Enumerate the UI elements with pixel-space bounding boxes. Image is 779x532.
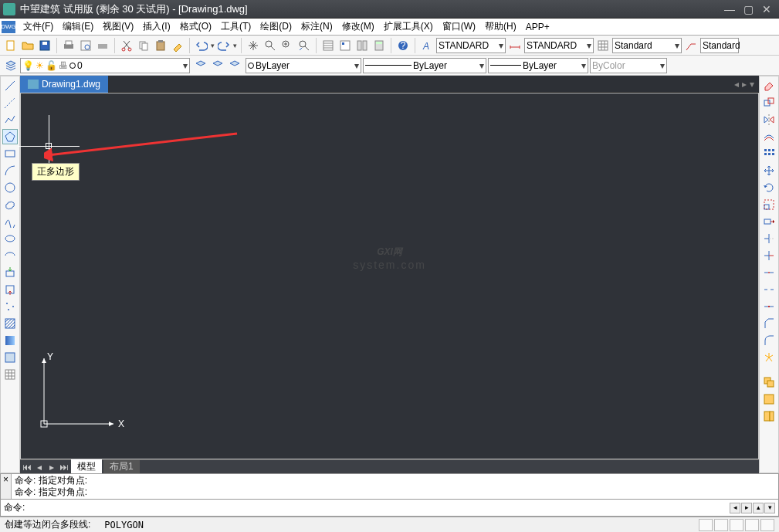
tool-palettes-button[interactable]	[354, 38, 370, 53]
mirror-tool[interactable]	[761, 112, 777, 127]
stretch-tool[interactable]	[761, 214, 777, 229]
edit-pline-tool[interactable]	[761, 391, 777, 407]
grid-toggle[interactable]	[714, 519, 728, 531]
print-button[interactable]	[61, 38, 76, 53]
polyline-tool[interactable]	[2, 112, 18, 127]
hatch-tool[interactable]	[2, 316, 18, 331]
drawing-canvas[interactable]: 正多边形 GXI网 system.com X Y	[20, 93, 759, 459]
rectangle-tool[interactable]	[2, 146, 18, 161]
layer-freeze-button[interactable]	[227, 58, 242, 73]
layout-first-icon[interactable]: ⏮	[22, 462, 32, 473]
cut-button[interactable]	[119, 38, 134, 53]
insert-block-tool[interactable]	[2, 265, 18, 280]
command-input[interactable]	[29, 503, 730, 513]
match-prop-button[interactable]	[170, 38, 185, 53]
table-style-drop[interactable]: Standard▾	[612, 38, 682, 53]
new-button[interactable]	[3, 38, 19, 53]
menu-express[interactable]: 扩展工具(X)	[379, 19, 438, 35]
osnap-toggle[interactable]	[760, 519, 774, 531]
copy-mod-tool[interactable]	[761, 95, 777, 110]
edit-hatch-tool[interactable]	[761, 374, 777, 390]
model-tab[interactable]: 模型	[71, 459, 102, 474]
calc-button[interactable]	[371, 38, 387, 53]
cmd-scroll-up-icon[interactable]: ▴	[753, 503, 764, 513]
trim-tool[interactable]	[761, 231, 777, 246]
edit-spline-tool[interactable]	[761, 408, 777, 424]
break-tool[interactable]	[761, 282, 777, 297]
point-tool[interactable]	[2, 299, 18, 314]
ellipse-arc-tool[interactable]	[2, 248, 18, 263]
menu-modify[interactable]: 修改(M)	[337, 19, 379, 35]
table-tool[interactable]	[2, 367, 18, 382]
menu-view[interactable]: 视图(V)	[98, 19, 138, 35]
menu-draw[interactable]: 绘图(D)	[256, 19, 296, 35]
publish-button[interactable]	[95, 38, 110, 53]
linetype-drop[interactable]: ByLayer ▾	[363, 58, 486, 73]
arc-tool[interactable]	[2, 163, 18, 178]
chamfer-tool[interactable]	[761, 316, 777, 331]
fillet-tool[interactable]	[761, 333, 777, 348]
maximize-button[interactable]: ▢	[739, 2, 757, 16]
zoom-window-button[interactable]	[279, 38, 295, 53]
polar-toggle[interactable]	[745, 519, 759, 531]
pan-button[interactable]	[246, 38, 261, 53]
region-tool[interactable]	[2, 350, 18, 365]
scale-tool[interactable]	[761, 197, 777, 212]
table-style-icon[interactable]	[595, 38, 611, 53]
zoom-prev-button[interactable]	[296, 38, 312, 53]
redo-button[interactable]	[216, 38, 232, 53]
layer-manager-button[interactable]	[3, 58, 19, 73]
gradient-tool[interactable]	[2, 333, 18, 348]
command-close-button[interactable]: ×	[1, 474, 12, 499]
rotate-tool[interactable]	[761, 180, 777, 195]
properties-button[interactable]	[320, 38, 336, 53]
save-button[interactable]	[37, 38, 52, 53]
text-style-icon[interactable]: A	[419, 38, 435, 53]
paste-button[interactable]	[153, 38, 168, 53]
ellipse-tool[interactable]	[2, 231, 18, 246]
text-style-drop[interactable]: STANDARD▾	[436, 38, 506, 53]
array-tool[interactable]	[761, 146, 777, 161]
minimize-button[interactable]: —	[720, 2, 739, 16]
menu-insert[interactable]: 插入(I)	[138, 19, 174, 35]
menu-window[interactable]: 窗口(W)	[438, 19, 480, 35]
undo-button[interactable]	[194, 38, 209, 53]
copy-button[interactable]	[136, 38, 151, 53]
dim-style-drop[interactable]: STANDARD▾	[524, 38, 594, 53]
zoom-realtime-button[interactable]	[262, 38, 278, 53]
layout-last-icon[interactable]: ⏭	[59, 462, 69, 473]
snap-toggle[interactable]	[699, 519, 713, 531]
tab-next-icon[interactable]: ▸	[742, 79, 747, 90]
ortho-toggle[interactable]	[730, 519, 743, 531]
circle-tool[interactable]	[2, 180, 18, 195]
menu-app[interactable]: APP+	[521, 20, 554, 34]
help-button[interactable]: ?	[395, 38, 411, 53]
menu-dimension[interactable]: 标注(N)	[296, 19, 337, 35]
layer-iso-button[interactable]	[210, 58, 225, 73]
spline-tool[interactable]	[2, 214, 18, 229]
tab-menu-icon[interactable]: ▾	[750, 79, 754, 90]
cmd-scroll-right-icon[interactable]: ▸	[741, 503, 752, 513]
move-tool[interactable]	[761, 163, 777, 178]
mleader-style-drop[interactable]: Standard	[700, 38, 739, 53]
close-button[interactable]: ✕	[757, 2, 776, 16]
design-center-button[interactable]	[337, 38, 353, 53]
print-preview-button[interactable]	[78, 38, 93, 53]
menu-tools[interactable]: 工具(T)	[216, 19, 256, 35]
menu-format[interactable]: 格式(O)	[175, 19, 216, 35]
explode-tool[interactable]	[761, 350, 777, 365]
construction-line-tool[interactable]	[2, 95, 18, 110]
line-tool[interactable]	[2, 78, 18, 93]
cmd-scroll-down-icon[interactable]: ▾	[764, 503, 775, 513]
menu-help[interactable]: 帮助(H)	[480, 19, 521, 35]
layer-prev-button[interactable]	[193, 58, 208, 73]
revision-cloud-tool[interactable]	[2, 197, 18, 212]
layout-next-icon[interactable]: ▸	[46, 462, 57, 473]
layout1-tab[interactable]: 布局1	[103, 459, 140, 474]
dim-style-icon[interactable]	[507, 38, 523, 53]
layer-drop[interactable]: 💡 ☀ 🔓 🖶 0 ▾	[20, 58, 190, 73]
lineweight-drop[interactable]: ByLayer ▾	[488, 58, 588, 73]
break-at-point-tool[interactable]	[761, 265, 777, 280]
offset-tool[interactable]	[761, 129, 777, 144]
mleader-style-icon[interactable]	[683, 38, 699, 53]
